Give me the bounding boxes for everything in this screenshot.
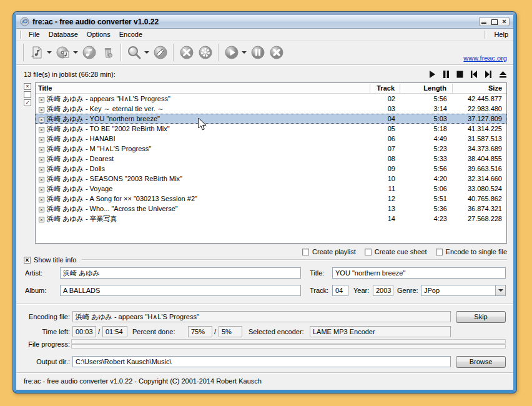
add-files-dropdown-icon[interactable] (47, 51, 52, 54)
window-title: fre:ac - free audio converter v1.0.22 (32, 17, 479, 26)
table-row[interactable]: ×浜崎 あゆみ - Voyage115:0633.080.524 (36, 184, 506, 194)
column-header-track[interactable]: Track (370, 84, 400, 93)
title-label: Title: (310, 267, 331, 279)
row-checkbox[interactable]: × (39, 197, 44, 202)
year-label: Year: (353, 285, 372, 296)
pause-icon[interactable] (443, 71, 450, 78)
table-row[interactable]: ×浜崎 あゆみ - Dearest085:3338.404.855 (36, 154, 506, 164)
album-field[interactable]: A BALLADS (60, 285, 301, 296)
cddb-query-icon[interactable] (126, 44, 142, 61)
row-checkbox[interactable]: × (39, 157, 44, 162)
eject-icon[interactable] (499, 71, 507, 78)
table-row[interactable]: ×浜崎 あゆみ - A Song for ×× "030213 Session … (36, 194, 506, 204)
column-header-length[interactable]: Length (400, 84, 453, 93)
clear-joblist-icon[interactable] (100, 44, 116, 61)
column-header-title[interactable]: Title (36, 84, 370, 93)
slash-separator: / (98, 326, 100, 337)
menu-encode[interactable]: Encode (115, 29, 147, 39)
table-row[interactable]: ×浜崎 あゆみ - TO BE "2002 ReBirth Mix"055:18… (36, 124, 506, 134)
menu-help[interactable]: Help (489, 29, 513, 39)
toolbar-separator (218, 44, 219, 61)
row-track-cell: 06 (370, 135, 400, 142)
genre-dropdown-button[interactable] (495, 285, 505, 295)
settings-gear-icon[interactable] (197, 44, 214, 61)
row-checkbox[interactable]: × (39, 137, 44, 142)
row-title-cell: ×浜崎 あゆみ - TO BE "2002 ReBirth Mix" (36, 124, 370, 134)
divider (16, 304, 513, 305)
table-row[interactable]: ×浜崎 あゆみ - 卒業写真144:2327.568.228 (36, 214, 506, 224)
row-checkbox[interactable]: × (39, 177, 44, 182)
next-icon[interactable] (485, 71, 492, 78)
checkbox-icon (302, 249, 309, 255)
table-row[interactable]: ×浜崎 あゆみ - Who... "Across the Universe"13… (36, 204, 506, 214)
pause-encoding-icon[interactable] (250, 44, 266, 61)
stop-icon[interactable] (456, 71, 463, 78)
stop-encoding-icon[interactable] (268, 44, 285, 61)
title-bar[interactable]: fre:ac - free audio converter v1.0.22 × (16, 15, 513, 29)
row-checkbox[interactable]: × (39, 147, 44, 152)
table-row[interactable]: ×浜崎 あゆみ - Dolls095:5639.663.516 (36, 164, 506, 174)
menu-file[interactable]: File (24, 29, 44, 39)
menu-options[interactable]: Options (82, 29, 115, 39)
window-controls: × (479, 17, 510, 26)
row-size-cell: 42.445.877 (453, 95, 506, 102)
freac-website-link[interactable]: www.freac.org (463, 54, 507, 62)
column-header-size[interactable]: Size (453, 84, 506, 92)
previous-icon[interactable] (470, 71, 478, 78)
percent-file-field: 75% (188, 326, 212, 337)
row-title-cell: ×浜崎 あゆみ - Dolls (36, 164, 370, 174)
menu-database[interactable]: Database (44, 29, 82, 39)
toggle-selection-button[interactable]: ✓ (24, 99, 31, 106)
add-cd-dropdown-icon[interactable] (73, 51, 78, 54)
table-row[interactable]: ×浜崎 あゆみ - HANABI064:4931.587.513 (36, 134, 506, 144)
start-encoding-icon[interactable] (224, 44, 240, 61)
close-icon[interactable]: × (501, 19, 507, 24)
title-field[interactable]: YOU "northern breeze" (332, 267, 506, 279)
playlist-icon[interactable] (81, 44, 97, 61)
freac-app-icon (20, 17, 29, 26)
create-playlist-label: Create playlist (312, 248, 356, 255)
show-title-info-checkbox[interactable]: × Show title info (24, 256, 76, 264)
menu-bar: File Database Options Encode Help (16, 29, 513, 41)
selected-encoder-label: Selected encoder: (249, 326, 308, 337)
row-size-cell: 27.568.228 (453, 215, 506, 222)
row-checkbox[interactable]: × (39, 217, 44, 222)
year-field[interactable]: 2003 (373, 285, 393, 296)
encode-single-file-checkbox[interactable]: Encode to single file (436, 248, 507, 255)
row-checkbox[interactable]: × (39, 187, 44, 192)
minimize-icon[interactable] (481, 19, 487, 24)
cddb-query-dropdown-icon[interactable] (144, 51, 149, 54)
play-icon[interactable] (429, 71, 436, 78)
genre-combobox[interactable]: JPop (421, 285, 506, 296)
table-row[interactable]: ×浜崎 あゆみ - M "H∧L'S Progress"075:2334.373… (36, 144, 506, 154)
toolbar: www.freac.org (16, 41, 513, 64)
add-cd-tracks-icon[interactable] (55, 44, 71, 61)
row-checkbox[interactable]: × (39, 207, 44, 212)
row-checkbox[interactable]: × (39, 167, 44, 172)
cddb-edit-icon[interactable] (152, 44, 169, 61)
show-title-info-label: Show title info (34, 256, 76, 264)
create-playlist-checkbox[interactable]: Create playlist (302, 248, 356, 255)
row-checkbox[interactable]: × (39, 97, 44, 102)
select-all-button[interactable]: × (24, 83, 31, 90)
table-row[interactable]: ×浜崎 あゆみ - appears "H∧L'S Progress"025:56… (36, 94, 506, 104)
row-checkbox[interactable]: × (39, 117, 44, 122)
track-field[interactable]: 04 (332, 285, 348, 296)
table-row[interactable]: ×浜崎 あゆみ - YOU "northern breeze"045:0337.… (36, 114, 506, 124)
divider (16, 64, 513, 66)
output-dir-field[interactable]: C:\Users\Robert Kausch\Music\ (72, 356, 451, 367)
maximize-icon[interactable] (491, 19, 497, 24)
row-size-cell: 34.373.689 (453, 145, 506, 152)
skip-button[interactable]: Skip (456, 311, 506, 323)
start-encoding-dropdown-icon[interactable] (242, 51, 247, 54)
table-row[interactable]: ×浜崎 あゆみ - Key ～ eternal tie ver. ～033:14… (36, 104, 506, 114)
table-row[interactable]: ×浜崎 あゆみ - SEASONS "2003 ReBirth Mix"104:… (36, 174, 506, 184)
configure-tools-icon[interactable] (179, 44, 195, 61)
row-checkbox[interactable]: × (39, 127, 44, 132)
browse-button[interactable]: Browse (456, 356, 506, 368)
create-cue-sheet-checkbox[interactable]: Create cue sheet (365, 248, 427, 255)
select-none-button[interactable] (24, 91, 31, 98)
row-checkbox[interactable]: × (39, 107, 44, 112)
artist-field[interactable]: 浜崎 あゆみ (60, 267, 301, 279)
add-files-icon[interactable] (29, 44, 45, 61)
